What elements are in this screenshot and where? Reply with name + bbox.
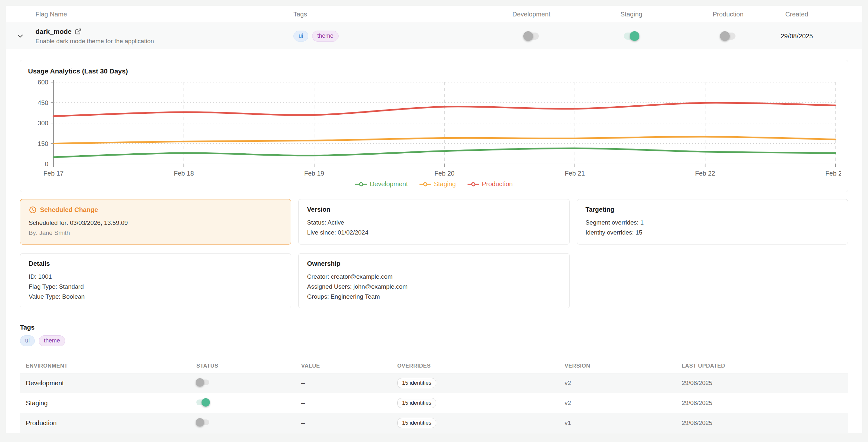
staging-status-toggle[interactable] bbox=[196, 400, 209, 405]
version-live-since: Live since: 01/02/2024 bbox=[307, 228, 561, 237]
info-cards-row-2: Details ID: 1001 Flag Type: Standard Val… bbox=[20, 253, 848, 308]
flag-description: Enable dark mode theme for the applicati… bbox=[35, 38, 286, 45]
production-status-toggle[interactable] bbox=[196, 419, 209, 425]
segment-overrides: Segment overrides: 1 bbox=[586, 217, 839, 228]
legend-label: Development bbox=[370, 180, 408, 188]
table-row-development: Development – 15 identities v2 29/08/202… bbox=[20, 373, 848, 393]
chart-title: Usage Analytics (Last 30 Days) bbox=[28, 67, 848, 75]
targeting-card-title: Targeting bbox=[586, 206, 839, 213]
targeting-card: Targeting Segment overrides: 1 Identity … bbox=[577, 199, 848, 244]
env-value: – bbox=[301, 400, 397, 407]
staging-toggle-cell bbox=[583, 33, 680, 40]
environment-table: ENVIRONMENT STATUS VALUE OVERRIDES VERSI… bbox=[20, 359, 848, 433]
env-version: v1 bbox=[565, 419, 682, 427]
legend-marker-icon bbox=[355, 182, 367, 187]
version-status: Status: Active bbox=[307, 217, 561, 228]
ownership-card: Ownership Creator: creator@example.com A… bbox=[298, 253, 569, 308]
environment-table-header: ENVIRONMENT STATUS VALUE OVERRIDES VERSI… bbox=[20, 359, 848, 373]
legend-item-production: Production bbox=[468, 180, 513, 188]
production-toggle-cell bbox=[680, 33, 776, 40]
env-version: v2 bbox=[565, 379, 682, 386]
table-row-staging: Staging – 15 identities v2 29/08/2025 bbox=[20, 393, 848, 413]
col-staging: Staging bbox=[583, 11, 680, 18]
production-toggle[interactable] bbox=[721, 33, 736, 40]
col-development: Development bbox=[480, 11, 583, 18]
created-date: 29/08/2025 bbox=[776, 33, 862, 40]
flag-tags-cell: ui theme bbox=[286, 31, 480, 41]
usage-analytics-chart: 0150300450600Feb 17Feb 18Feb 19Feb 20Feb… bbox=[20, 78, 841, 191]
identity-overrides: Identity overrides: 15 bbox=[586, 228, 839, 237]
svg-text:300: 300 bbox=[38, 120, 49, 127]
development-status-toggle[interactable] bbox=[196, 379, 209, 385]
usage-analytics-card: Usage Analytics (Last 30 Days) 015030045… bbox=[20, 60, 848, 192]
env-col-status: STATUS bbox=[196, 363, 301, 369]
env-last-updated: 29/08/2025 bbox=[682, 379, 848, 386]
version-card: Version Status: Active Live since: 01/02… bbox=[298, 199, 569, 244]
env-col-environment: ENVIRONMENT bbox=[26, 363, 196, 369]
details-card: Details ID: 1001 Flag Type: Standard Val… bbox=[20, 253, 291, 308]
legend-item-staging: Staging bbox=[420, 180, 456, 188]
scheduled-by-text: By: Jane Smith bbox=[29, 228, 282, 238]
development-toggle[interactable] bbox=[524, 33, 539, 40]
col-tags: Tags bbox=[286, 11, 480, 18]
ownership-card-title: Ownership bbox=[307, 260, 561, 267]
details-card-title: Details bbox=[29, 260, 282, 267]
col-flag-name: Flag Name bbox=[35, 11, 286, 18]
identities-badge[interactable]: 15 identities bbox=[397, 398, 436, 408]
env-col-version: VERSION bbox=[565, 363, 682, 369]
identities-badge[interactable]: 15 identities bbox=[397, 378, 436, 388]
feature-flag-panel: Flag Name Tags Development Staging Produ… bbox=[6, 6, 862, 433]
identities-badge[interactable]: 15 identities bbox=[397, 418, 436, 428]
tag-pill-theme: theme bbox=[312, 31, 339, 41]
env-col-overrides: OVERRIDES bbox=[397, 363, 565, 369]
details-value-type: Value Type: Boolean bbox=[29, 292, 282, 302]
env-last-updated: 29/08/2025 bbox=[682, 419, 848, 427]
svg-text:Feb 21: Feb 21 bbox=[565, 170, 585, 177]
show-additional-details-link[interactable]: Show additional details bbox=[26, 441, 102, 442]
staging-toggle[interactable] bbox=[624, 33, 639, 40]
legend-marker-icon bbox=[468, 182, 479, 187]
ownership-assigned-users: Assigned Users: john@example.com bbox=[307, 281, 561, 292]
svg-text:Feb 22: Feb 22 bbox=[695, 170, 715, 177]
svg-text:Feb 17: Feb 17 bbox=[43, 170, 64, 177]
tags-section: Tags ui theme bbox=[20, 324, 848, 346]
col-created: Created bbox=[776, 11, 862, 18]
legend-marker-icon bbox=[420, 182, 431, 187]
tags-section-title: Tags bbox=[20, 324, 848, 331]
env-overrides-cell: 15 identities bbox=[397, 398, 565, 408]
legend-label: Staging bbox=[434, 180, 456, 188]
svg-text:Feb 19: Feb 19 bbox=[304, 170, 324, 177]
legend-label: Production bbox=[482, 180, 513, 188]
flag-name-link[interactable]: dark_mode bbox=[35, 28, 71, 35]
show-additional-details-label: Show additional details bbox=[36, 441, 102, 442]
env-status-cell bbox=[196, 400, 301, 407]
ownership-groups: Groups: Engineering Team bbox=[307, 292, 561, 302]
expand-flag-button[interactable] bbox=[6, 32, 35, 40]
scheduled-change-card: Scheduled Change Scheduled for: 03/03/20… bbox=[20, 199, 291, 244]
env-overrides-cell: 15 identities bbox=[397, 418, 565, 428]
svg-text:450: 450 bbox=[38, 99, 49, 106]
env-col-last-updated: LAST UPDATED bbox=[682, 363, 848, 369]
env-overrides-cell: 15 identities bbox=[397, 378, 565, 388]
external-link-icon[interactable] bbox=[75, 28, 82, 35]
flag-detail-content: Usage Analytics (Last 30 Days) 015030045… bbox=[6, 60, 862, 442]
env-last-updated: 29/08/2025 bbox=[682, 400, 848, 407]
tag-pill-theme: theme bbox=[39, 335, 65, 346]
flag-table-header: Flag Name Tags Development Staging Produ… bbox=[6, 6, 862, 23]
env-name: Staging bbox=[26, 400, 196, 407]
tag-pill-ui: ui bbox=[293, 31, 308, 41]
scheduled-change-title: Scheduled Change bbox=[40, 206, 98, 213]
svg-text:0: 0 bbox=[45, 161, 49, 168]
page: Flag Name Tags Development Staging Produ… bbox=[0, 0, 868, 442]
chevron-down-icon bbox=[16, 32, 25, 40]
env-value: – bbox=[301, 379, 397, 387]
svg-text:Feb 18: Feb 18 bbox=[174, 170, 194, 177]
flag-name-cell: dark_mode Enable dark mode theme for the… bbox=[35, 28, 286, 45]
development-toggle-cell bbox=[480, 33, 583, 40]
details-flag-type: Flag Type: Standard bbox=[29, 281, 282, 292]
svg-text:Feb 23: Feb 23 bbox=[826, 170, 841, 177]
env-version: v2 bbox=[565, 400, 682, 407]
table-row-production: Production – 15 identities v1 29/08/2025 bbox=[20, 413, 848, 433]
scheduled-for-text: Scheduled for: 03/03/2026, 13:59:09 bbox=[29, 218, 282, 228]
env-status-cell bbox=[196, 419, 301, 427]
